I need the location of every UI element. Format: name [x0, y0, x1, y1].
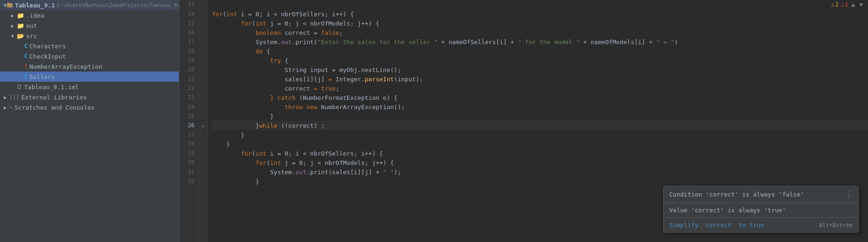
sidebar-item-tableau91[interactable]: ▼ Tableau_9.1 C:\Users\Mathieu\IdeaProje… — [0, 0, 179, 10]
code-line-31[interactable]: System.out.print(sales[i][j] + " "); — [212, 167, 868, 177]
code-line-29[interactable]: for(int i = 0; i < nbrOfSellers; i++) { — [212, 149, 868, 158]
error-icon: ⚠ — [841, 1, 844, 8]
src-arrow: ▼ — [11, 33, 17, 39]
sidebar-item-label: Tableau_9.1 — [15, 2, 55, 9]
code-line-19[interactable]: try { — [212, 56, 868, 65]
out-folder-icon: 📁 — [17, 22, 24, 29]
line-num-24: 24 — [179, 102, 198, 111]
java-exception-icon: ! — [24, 63, 27, 70]
line-num-27: 27 — [179, 130, 198, 139]
sidebar-item-sellers[interactable]: C Sellers — [0, 72, 179, 82]
line-num-32: 32 — [179, 177, 198, 186]
project-icon — [7, 2, 13, 8]
line-num-29: 29 — [179, 149, 198, 158]
line-num-19: 19 — [179, 56, 198, 65]
sidebar-item-label: Characters — [29, 43, 66, 50]
scratch-icon: ✎ — [9, 104, 13, 111]
tooltip-action-label: Simplify 'correct' to true — [669, 222, 764, 229]
code-line-14[interactable]: for(int i = 0; i < nbrOfSellers; i++) { — [212, 9, 868, 19]
line-num-18: 18 — [179, 46, 198, 56]
code-line-25[interactable]: } — [212, 111, 868, 121]
code-line-22[interactable]: correct = true; — [212, 84, 868, 93]
keyword: for — [212, 11, 222, 18]
code-line-17[interactable]: System.out.print("Enter the sales for th… — [212, 37, 868, 46]
code-line-13[interactable] — [212, 0, 868, 9]
nav-down-button[interactable]: ▼ — [858, 1, 864, 8]
folder-icon: 📁 — [17, 12, 24, 19]
sidebar-item-label: Sellers — [29, 73, 55, 80]
sidebar-item-idea[interactable]: ▶ 📁 .idea — [0, 10, 179, 20]
java-class-icon: C — [24, 43, 27, 49]
warning-gutter: ⚠ — [199, 121, 208, 130]
code-line-26[interactable]: }while (!correct) ; — [212, 121, 868, 130]
sidebar-path: C:\Users\Mathieu\IdeaProjects\Tableau_9.… — [57, 2, 179, 8]
line-num-16: 16 — [179, 28, 198, 37]
sidebar-item-label: NumberArrayException — [29, 63, 102, 70]
sidebar-item-label: src — [26, 33, 37, 39]
tooltip-body: Value 'correct' is always 'true' — [664, 203, 858, 218]
svg-rect-1 — [7, 3, 9, 4]
code-line-28[interactable]: } — [212, 139, 868, 149]
tooltip-body-text: Value 'correct' is always 'true' — [669, 207, 786, 214]
code-line-23[interactable]: } catch (NumberFormatException e) { — [212, 93, 868, 102]
tooltip-action-button[interactable]: Simplify 'correct' to true Alt+Entrée — [664, 218, 858, 232]
sidebar-item-label: .idea — [26, 12, 44, 19]
line-num-13: 13 — [179, 0, 198, 9]
sidebar-item-out[interactable]: ▶ 📁 out — [0, 20, 179, 31]
code-line-30[interactable]: for(int j = 0; j < nbrOfModels; j++) { — [212, 158, 868, 167]
sidebar-item-label: External Libraries — [21, 94, 87, 101]
line-num-31: 31 — [179, 167, 198, 177]
line-num-17: 17 — [179, 37, 198, 46]
out-arrow: ▶ — [11, 23, 17, 28]
sidebar-item-scratches[interactable]: ▶ ✎ Scratches and Consoles — [0, 102, 179, 112]
svg-rect-0 — [7, 3, 13, 7]
warning-count: 2 — [835, 1, 839, 8]
code-line-16[interactable]: boolean correct = false; — [212, 28, 868, 37]
extlibs-arrow: ▶ — [4, 95, 9, 100]
java-class-icon: C — [24, 73, 27, 80]
tooltip-shortcut: Alt+Entrée — [819, 222, 853, 229]
code-editor: ⚠ 2 ⚠ 1 ▲ ▼ 13 14 15 16 17 18 19 20 21 2… — [179, 0, 868, 242]
error-badge: ⚠ 1 — [841, 1, 848, 8]
line-num-26: 26 — [179, 121, 198, 130]
project-sidebar: ▼ Tableau_9.1 C:\Users\Mathieu\IdeaProje… — [0, 0, 179, 242]
line-num-21: 21 — [179, 74, 198, 84]
tooltip-title: Condition 'correct' is always 'false' — [669, 191, 804, 198]
code-line-18[interactable]: do { — [212, 46, 868, 56]
line-num-20: 20 — [179, 65, 198, 74]
sidebar-item-src[interactable]: ▼ 📂 src — [0, 31, 179, 41]
line-num-25: 25 — [179, 111, 198, 121]
code-line-32[interactable]: } — [212, 177, 868, 186]
sidebar-item-extlibs[interactable]: ▶ ||| External Libraries — [0, 92, 179, 102]
code-line-15[interactable]: for(int j = 0; j < nbrOfModels; j++) { — [212, 19, 868, 28]
java-class-icon: C — [24, 53, 27, 59]
code-line-21[interactable]: sales[i][j] = Integer.parseInt(input); — [212, 74, 868, 84]
code-line-24[interactable]: throw new NumberArrayException(); — [212, 102, 868, 111]
sidebar-item-tableau91iml[interactable]: 🗋 Tableau_9.1.iml — [0, 82, 179, 92]
ext-lib-icon: ||| — [9, 94, 20, 100]
tooltip-menu-button[interactable]: ⋮ — [845, 190, 853, 199]
tooltip-header: Condition 'correct' is always 'false' ⋮ — [664, 186, 858, 203]
nav-up-button[interactable]: ▲ — [850, 1, 856, 8]
line-numbers: 13 14 15 16 17 18 19 20 21 22 23 24 25 2… — [179, 0, 199, 242]
sidebar-item-label: Tableau_9.1.iml — [24, 84, 79, 91]
sidebar-item-label: out — [26, 22, 37, 29]
line-num-28: 28 — [179, 139, 198, 149]
warning-icon: ⚠ — [831, 1, 834, 8]
line-num-22: 22 — [179, 84, 198, 93]
editor-gutter: ⚠ — [199, 0, 208, 242]
line-num-15: 15 — [179, 19, 198, 28]
line-num-30: 30 — [179, 158, 198, 167]
code-line-27[interactable]: } — [212, 130, 868, 139]
scratches-arrow: ▶ — [4, 105, 9, 110]
sidebar-item-label: Scratches and Consoles — [14, 104, 94, 111]
inspection-bar: ⚠ 2 ⚠ 1 ▲ ▼ — [828, 0, 868, 9]
src-folder-icon: 📂 — [17, 33, 24, 39]
sidebar-item-checkinput[interactable]: C CheckInput — [0, 51, 179, 61]
sidebar-item-numberarrayexception[interactable]: ! NumberArrayException — [0, 61, 179, 72]
error-count: 1 — [845, 1, 848, 8]
idea-arrow: ▶ — [11, 13, 17, 18]
sidebar-item-characters[interactable]: C Characters — [0, 41, 179, 51]
code-line-20[interactable]: String input = myObj.nextLine(); — [212, 65, 868, 74]
inspection-tooltip: Condition 'correct' is always 'false' ⋮ … — [663, 186, 859, 233]
